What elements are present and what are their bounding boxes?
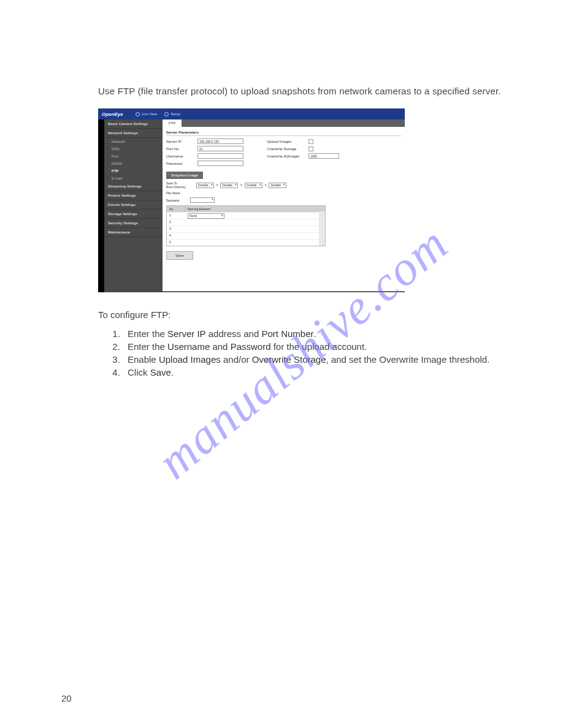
table-row: 5 [167, 239, 325, 246]
sidebar-sub-email[interactable]: E-mail [104, 175, 163, 182]
label-password: Password [166, 162, 194, 165]
sidebar-sub-port[interactable]: Port [104, 153, 163, 160]
ftp-settings-screenshot: OpenEye Live View Setup Basic Camera Set… [98, 108, 405, 292]
intro-text: Use FTP (file transfer protocol) to uplo… [98, 86, 514, 96]
gear-icon [164, 112, 169, 116]
label-separator: Separator [166, 199, 188, 202]
table-row: 4 [167, 232, 325, 239]
input-overwrite-at[interactable]: 1000 [308, 153, 339, 159]
page-number: 20 [61, 693, 72, 703]
sidebar-item-maintenance[interactable]: Maintenance [104, 228, 163, 237]
sidebar-item-streaming[interactable]: Streaming Settings [104, 182, 163, 191]
step-1: Enter the Server IP address and Port Num… [123, 328, 514, 339]
table-row: 1 None [167, 212, 325, 219]
subtab-snapshot-image[interactable]: Snapshot Image [166, 172, 203, 179]
separator-1: \\ [216, 183, 218, 187]
naming-element-table: No. Naming Element 1 None 2 3 4 5 [166, 205, 326, 246]
app-titlebar: OpenEye Live View Setup [98, 108, 405, 119]
save-button[interactable]: Save [166, 251, 193, 260]
tab-ftp[interactable]: FTP [163, 119, 182, 127]
select-dir-3[interactable]: Disable [245, 183, 262, 188]
sidebar-sub-dns[interactable]: DNS [104, 145, 163, 153]
configure-heading: To configure FTP: [98, 309, 514, 320]
sidebar-sub-ddns[interactable]: DDNS [104, 160, 163, 167]
input-port-no[interactable]: 21 [197, 146, 243, 151]
col-header-no: No. [167, 206, 185, 212]
label-overwrite-storage: Overwrite Storage [267, 147, 305, 151]
sidebar-gutter [98, 119, 104, 292]
eye-icon [136, 112, 140, 116]
input-server-ip[interactable]: 192.168.0.150 [197, 138, 243, 144]
steps-list: Enter the Server IP address and Port Num… [123, 328, 514, 377]
sidebar-item-basic-camera[interactable]: Basic Camera Settings [104, 119, 163, 129]
table-row: 3 [167, 226, 325, 232]
select-dir-2[interactable]: Disable [220, 183, 238, 188]
sidebar-item-network-settings[interactable]: Network Settings [104, 129, 163, 138]
label-file-name: File Name [166, 191, 180, 195]
label-overwrite-at: Overwrite At(Image) [267, 154, 305, 158]
checkbox-overwrite-storage[interactable] [308, 146, 313, 151]
label-port-no: Port No. [166, 147, 194, 151]
sidebar-item-storage[interactable]: Storage Settings [104, 210, 163, 219]
select-dir-4[interactable]: Disable [269, 183, 286, 188]
step-4: Click Save. [123, 367, 514, 377]
section-server-parameters: Server Parameters [166, 131, 401, 136]
table-scrollbar[interactable] [319, 211, 325, 246]
label-root-directory: Root Directory [166, 185, 186, 189]
nav-live-view[interactable]: Live View [136, 112, 158, 116]
label-username: Username [166, 154, 194, 158]
separator-2: \\ [240, 183, 242, 187]
sidebar-item-security[interactable]: Security Settings [104, 219, 163, 228]
label-server-ip: Server IP [166, 140, 194, 143]
input-username[interactable] [197, 153, 243, 159]
sidebar-item-picture[interactable]: Picture Settings [104, 191, 163, 200]
sidebar-sub-network[interactable]: Network [104, 138, 163, 145]
settings-sidebar: Basic Camera Settings Network Settings N… [104, 119, 163, 292]
select-separator[interactable] [190, 197, 215, 203]
label-upload-images: Upload Images [267, 140, 305, 143]
table-row: 2 [167, 219, 325, 226]
nav-setup[interactable]: Setup [164, 112, 180, 116]
sidebar-sub-ftp[interactable]: FTP [104, 167, 163, 175]
sidebar-item-events[interactable]: Events Settings [104, 200, 163, 210]
select-dir-1[interactable]: Disable [196, 183, 214, 188]
col-header-naming-element: Naming Element [185, 206, 325, 212]
checkbox-upload-images[interactable] [308, 139, 313, 144]
select-naming-1[interactable]: None [188, 213, 224, 219]
separator-3: \\ [265, 183, 267, 187]
input-password[interactable] [197, 161, 243, 166]
step-3: Enable Upload Images and/or Overwrite St… [123, 354, 514, 365]
brand-logo: OpenEye [102, 112, 123, 117]
step-2: Enter the Username and Password for the … [123, 341, 514, 352]
